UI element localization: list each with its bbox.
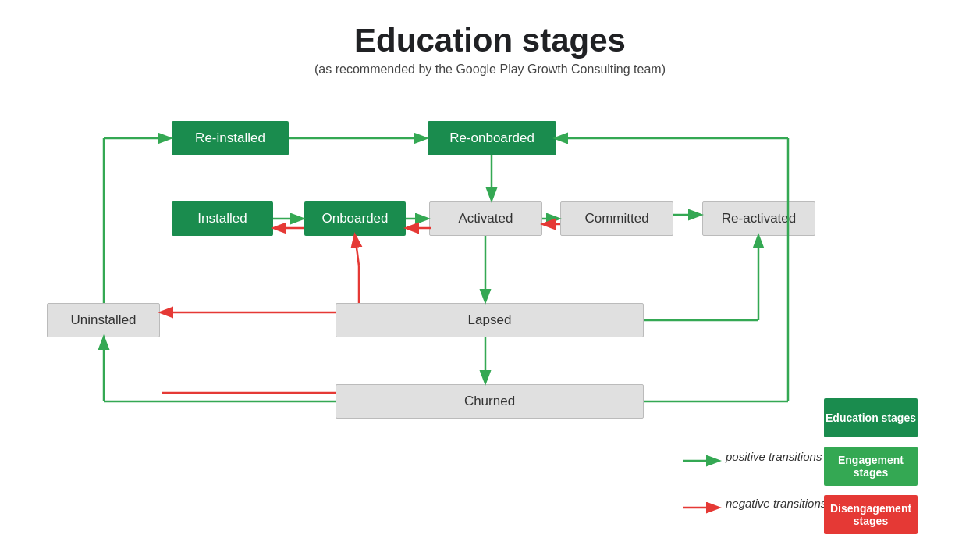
page: Education stages (as recommended by the … — [0, 0, 980, 549]
node-uninstalled: Uninstalled — [47, 303, 160, 337]
page-title: Education stages — [0, 0, 980, 59]
legend-box-disengagement: Disengagement stages — [824, 495, 918, 534]
node-reactivated: Re-activated — [702, 201, 815, 236]
node-lapsed: Lapsed — [336, 303, 644, 337]
node-churned: Churned — [336, 384, 644, 419]
node-activated: Activated — [429, 201, 542, 236]
node-installed: Installed — [172, 201, 273, 236]
node-reonboarded: Re-onboarded — [428, 121, 556, 155]
legend-box-education: Education stages — [824, 398, 918, 437]
node-reinstalled: Re-installed — [172, 121, 289, 155]
node-committed: Committed — [560, 201, 673, 236]
legend-box-engagement: Engagement stages — [824, 447, 918, 486]
page-subtitle: (as recommended by the Google Play Growt… — [0, 62, 980, 77]
svg-line-21 — [355, 236, 359, 266]
node-onboarded: Onboarded — [304, 201, 406, 236]
